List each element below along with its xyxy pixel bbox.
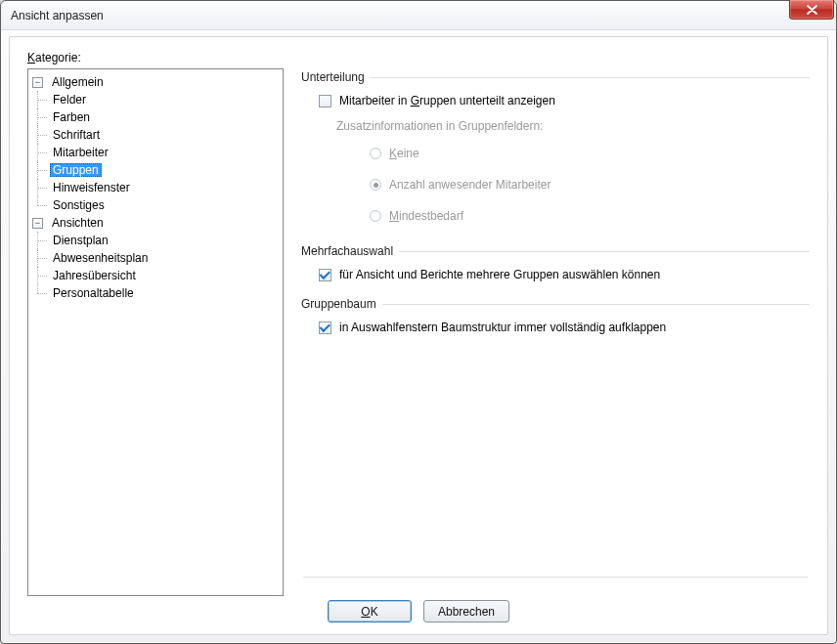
divider — [399, 251, 810, 252]
tree-item-jahresuebersicht[interactable]: Jahresübersicht — [48, 267, 281, 284]
group-title: Gruppenbaum — [301, 297, 376, 311]
checkbox-unterteilt[interactable] — [319, 95, 331, 107]
radio-mindestbedarf — [370, 210, 381, 222]
cancel-button[interactable]: Abbrechen — [423, 600, 509, 623]
window-title: Ansicht anpassen — [11, 9, 104, 22]
group-mehrfachauswahl: Mehrfachauswahl für Ansicht und Berichte… — [301, 244, 810, 281]
radio-anzahl — [370, 179, 381, 191]
divider — [382, 304, 810, 305]
columns: − Allgemein Felder Farben Schriftart Mit… — [27, 68, 810, 596]
dialog-buttons: OK Abbrechen — [10, 600, 827, 623]
tree-item-sonstiges[interactable]: Sonstiges — [48, 196, 281, 214]
group-header: Unterteilung — [301, 70, 810, 84]
radio-row-mindestbedarf: Mindestbedarf — [370, 203, 810, 229]
tree-item-abwesenheitsplan[interactable]: Abwesenheitsplan — [48, 249, 281, 267]
group-header: Mehrfachauswahl — [301, 244, 810, 258]
divider — [371, 77, 810, 78]
tree-item-farben[interactable]: Farben — [48, 108, 281, 126]
tree-item-hinweisfenster[interactable]: Hinweisfenster — [48, 179, 281, 196]
radio-label: Anzahl anwesender Mitarbeiter — [389, 178, 551, 192]
category-tree[interactable]: − Allgemein Felder Farben Schriftart Mit… — [27, 68, 284, 596]
checkbox-label: Mitarbeiter in Gruppen unterteilt anzeig… — [339, 94, 555, 107]
radio-row-anzahl: Anzahl anwesender Mitarbeiter — [370, 172, 810, 197]
tree-item-gruppen[interactable]: Gruppen — [48, 161, 281, 179]
group-unterteilung: Unterteilung Mitarbeiter in Gruppen unte… — [301, 70, 810, 229]
category-label: Kategorie: — [27, 51, 81, 64]
checkbox-mehrfach[interactable] — [319, 269, 331, 281]
tree-item-mitarbeiter[interactable]: Mitarbeiter — [48, 144, 281, 161]
tree-node-ansichten[interactable]: − Ansichten — [30, 214, 281, 232]
tree-item-personaltabelle[interactable]: Personaltabelle — [48, 284, 281, 302]
collapse-icon[interactable]: − — [32, 218, 43, 229]
checkbox-baum[interactable] — [319, 322, 331, 334]
titlebar: Ansicht anpassen — [1, 1, 836, 30]
radio-keine — [370, 148, 381, 159]
checkbox-row-mehrfach[interactable]: für Ansicht und Berichte mehrere Gruppen… — [319, 268, 810, 281]
ok-button[interactable]: OK — [328, 600, 412, 623]
radio-label: Mindestbedarf — [389, 209, 463, 223]
group-header: Gruppenbaum — [301, 297, 810, 311]
sublabel-zusatzinfo: Zusatzinformationen in Gruppenfeldern: — [336, 119, 810, 133]
settings-pane: Unterteilung Mitarbeiter in Gruppen unte… — [301, 68, 810, 596]
radio-label: Keine — [389, 147, 419, 160]
close-button[interactable] — [789, 0, 834, 20]
checkbox-row-unterteilt[interactable]: Mitarbeiter in Gruppen unterteilt anzeig… — [319, 94, 810, 107]
tree-item-schriftart[interactable]: Schriftart — [48, 126, 281, 144]
checkbox-label: für Ansicht und Berichte mehrere Gruppen… — [339, 268, 660, 281]
radio-row-keine: Keine — [370, 141, 810, 166]
checkbox-label: in Auswahlfenstern Baumstruktur immer vo… — [339, 321, 666, 334]
tree-node-allgemein[interactable]: − Allgemein — [30, 73, 281, 91]
group-title: Unterteilung — [301, 70, 365, 84]
client-area: Kategorie: − Allgemein Felder Farben Sch… — [9, 36, 828, 635]
group-title: Mehrfachauswahl — [301, 244, 393, 258]
checkbox-row-baum[interactable]: in Auswahlfenstern Baumstruktur immer vo… — [319, 321, 810, 334]
tree-item-felder[interactable]: Felder — [48, 91, 281, 108]
tree-item-dienstplan[interactable]: Dienstplan — [48, 232, 281, 249]
group-gruppenbaum: Gruppenbaum in Auswahlfenstern Baumstruk… — [301, 297, 810, 334]
footer-divider — [303, 577, 808, 578]
close-icon — [807, 5, 817, 15]
dialog-window: Ansicht anpassen Kategorie: − Allgemein — [0, 0, 837, 644]
collapse-icon[interactable]: − — [32, 77, 43, 88]
